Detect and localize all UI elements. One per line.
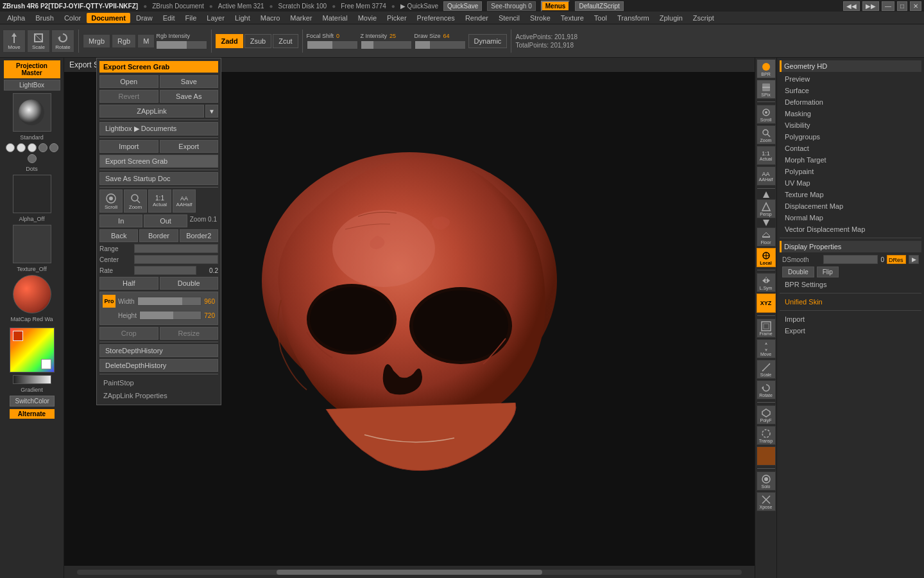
rgb-button[interactable]: Rgb — [112, 34, 136, 48]
normal-map-item[interactable]: Normal Map — [780, 212, 921, 223]
menu-render[interactable]: Render — [461, 13, 493, 23]
displacement-map-item[interactable]: Displacement Map — [780, 200, 921, 212]
flip-button[interactable]: Flip — [817, 267, 839, 277]
masking-item[interactable]: Masking — [780, 108, 921, 119]
xpose-icon[interactable]: Xpose — [757, 492, 776, 511]
zsub-button[interactable]: Zsub — [244, 34, 271, 48]
menu-material[interactable]: Material — [318, 13, 352, 23]
menu-document[interactable]: Document — [87, 13, 130, 23]
polyf-icon[interactable]: PolyF — [757, 405, 776, 425]
menu-file[interactable]: File — [181, 13, 201, 23]
menu-light[interactable]: Light — [230, 13, 255, 23]
win-close-button[interactable]: ✕ — [910, 1, 921, 11]
zapplink-properties-label[interactable]: ZAppLink Properties — [99, 389, 218, 402]
menu-picker[interactable]: Picker — [382, 13, 411, 23]
alpha-thumb[interactable] — [13, 175, 51, 213]
actual-icon[interactable]: 1:1 Actual — [148, 189, 171, 213]
export-screen-grab-button[interactable]: Export Screen Grab — [99, 155, 218, 168]
menu-movie[interactable]: Movie — [354, 13, 381, 23]
height-slider[interactable] — [139, 311, 201, 320]
surface-item[interactable]: Surface — [780, 85, 921, 96]
frame-icon[interactable]: Frame — [757, 319, 776, 338]
deformation-item[interactable]: Deformation — [780, 96, 921, 108]
zadd-button[interactable]: Zadd — [216, 34, 243, 48]
store-depth-button[interactable]: StoreDepthHistory — [99, 344, 218, 357]
scale-tool-icon[interactable]: Scale — [27, 30, 50, 53]
back-button[interactable]: Back — [99, 229, 138, 242]
zoom-icon[interactable]: Zoom — [124, 189, 147, 213]
material-thumb[interactable] — [13, 275, 51, 313]
win-next-button[interactable]: ▶▶ — [862, 1, 879, 11]
menus-button[interactable]: Menus — [541, 1, 570, 12]
double-button[interactable]: Double — [160, 277, 219, 290]
alternate-button[interactable]: Alternate — [10, 409, 55, 419]
draw-size-slider[interactable] — [415, 40, 466, 49]
open-button[interactable]: Open — [99, 75, 158, 88]
aahalf-icon[interactable]: AA AAHalf — [173, 189, 196, 213]
persp-icon[interactable]: Persp — [757, 199, 776, 218]
background-color[interactable] — [41, 359, 51, 369]
scroll-icon[interactable]: Scroll — [99, 189, 123, 213]
menu-macro[interactable]: Macro — [256, 13, 285, 23]
lightbox-docs-button[interactable]: Lightbox ▶ Documents — [99, 122, 218, 136]
zoom-tool-icon[interactable]: Zoom — [757, 125, 776, 144]
move-tool-icon[interactable]: Move — [3, 30, 26, 53]
foreground-color[interactable] — [13, 331, 23, 341]
save-button[interactable]: Save — [160, 75, 219, 88]
width-slider[interactable] — [137, 297, 202, 306]
center-slider[interactable] — [134, 255, 218, 264]
menu-zscript[interactable]: Zscript — [689, 13, 719, 23]
save-startup-button[interactable]: Save As Startup Doc — [99, 172, 218, 185]
move-icon[interactable]: Move — [757, 339, 776, 358]
z-intensity-slider[interactable] — [361, 40, 412, 49]
bpr-settings-item[interactable]: BPR Settings — [780, 279, 921, 290]
local-icon[interactable]: Local — [757, 248, 776, 267]
in-button[interactable]: In — [99, 215, 142, 227]
export-button[interactable]: Export — [160, 140, 219, 153]
spix-icon[interactable]: SPix — [757, 80, 776, 99]
delete-depth-button[interactable]: DeleteDepthHistory — [99, 359, 218, 372]
menu-stroke[interactable]: Stroke — [526, 13, 555, 23]
resize-button[interactable]: Resize — [160, 327, 219, 340]
contact-item[interactable]: Contact — [780, 143, 921, 154]
visibility-item[interactable]: Visibility — [780, 119, 921, 131]
mrgb-button[interactable]: Mrgb — [83, 34, 110, 48]
texture-thumb[interactable] — [13, 225, 51, 263]
m-button[interactable]: M — [137, 34, 155, 48]
crop-button[interactable]: Crop — [99, 327, 158, 340]
border2-button[interactable]: Border2 — [180, 229, 218, 242]
menu-transform[interactable]: Transform — [613, 13, 654, 23]
menu-texture[interactable]: Texture — [556, 13, 588, 23]
zapplink-arrow[interactable]: ▼ — [205, 105, 218, 118]
rate-slider[interactable] — [134, 266, 196, 275]
switch-color-button[interactable]: SwitchColor — [10, 396, 55, 407]
color-wheel[interactable] — [10, 328, 55, 372]
see-through-control[interactable]: See-through 0 — [487, 1, 535, 11]
gradient-thumb[interactable] — [13, 375, 51, 384]
menu-draw[interactable]: Draw — [132, 13, 157, 23]
actual-tool-icon[interactable]: 1:1 Actual — [757, 146, 776, 165]
double-button[interactable]: Double — [782, 267, 814, 277]
projection-master-button[interactable]: ProjectionMaster — [4, 60, 60, 78]
import-item[interactable]: Import — [780, 313, 921, 325]
morph-target-item[interactable]: Morph Target — [780, 154, 921, 166]
dsmooth-slider[interactable] — [823, 255, 878, 264]
win-maximize-button[interactable]: □ — [897, 1, 907, 11]
menu-brush[interactable]: Brush — [31, 13, 58, 23]
rotate-tool-icon[interactable]: Rotate — [51, 30, 74, 53]
default-zscript-button[interactable]: DefaultZScript — [575, 1, 623, 11]
menu-layer[interactable]: Layer — [202, 13, 229, 23]
export-item[interactable]: Export — [780, 325, 921, 337]
unified-skin-item[interactable]: Unified Skin — [780, 296, 921, 308]
vector-displacement-item[interactable]: Vector Displacement Map — [780, 223, 921, 235]
xyz-icon[interactable]: XYZ — [757, 293, 776, 313]
dres-control[interactable]: DRes — [887, 255, 906, 264]
floor-icon[interactable]: Floor — [757, 227, 776, 247]
menu-zplugin[interactable]: Zplugin — [655, 13, 687, 23]
menu-alpha[interactable]: Alpha — [3, 13, 30, 23]
color-picker-container[interactable] — [10, 328, 55, 372]
menu-preferences[interactable]: Preferences — [413, 13, 459, 23]
rotate-icon[interactable]: Rotate — [757, 380, 776, 399]
quicksave-button[interactable]: QuickSave — [443, 1, 482, 11]
menu-tool[interactable]: Tool — [590, 13, 612, 23]
